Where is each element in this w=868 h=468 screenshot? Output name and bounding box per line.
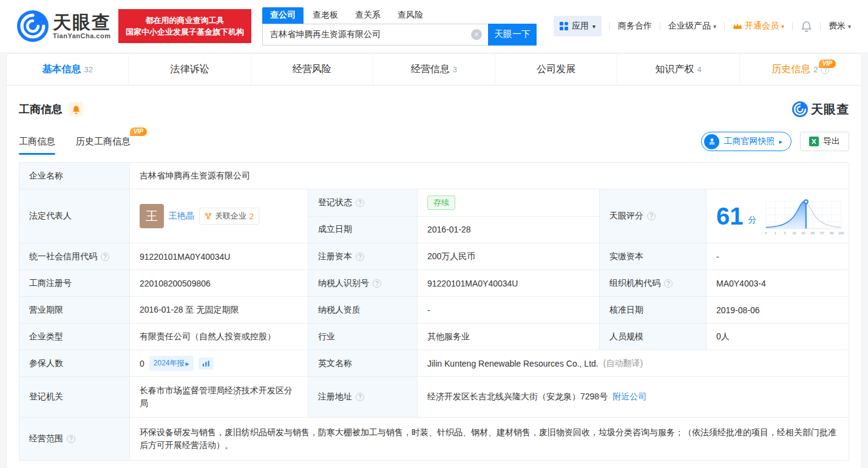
legal-rep-link[interactable]: 王艳晶 [169, 211, 194, 222]
credit-code-cell: 91220101MA0Y40034U [130, 243, 308, 270]
tab-history-info[interactable]: VIP 历史信息 2 ? [739, 54, 861, 85]
caret-down-icon: ▾ [781, 23, 784, 30]
svg-text:100: 100 [838, 231, 843, 235]
search-input[interactable] [262, 24, 488, 46]
section-subtabs: 工商信息 历史工商信息 VIP [19, 136, 131, 155]
search-tab-company[interactable]: 查公司 [262, 7, 303, 24]
nav-enterprise-products[interactable]: 企业级产品 ▾ [668, 21, 716, 32]
help-icon[interactable]: ? [101, 253, 109, 261]
avatar[interactable]: 王 [140, 204, 164, 228]
logo-domain: TianYanCha.com [53, 32, 111, 39]
arrow-right-icon: ▸ [779, 138, 782, 146]
score-unit: 分 [748, 215, 757, 226]
field-label: 参保人数 [19, 350, 130, 376]
field-label: 天眼评分 ? [600, 189, 707, 243]
monitor-bell-icon[interactable] [69, 102, 83, 117]
excel-icon [809, 137, 819, 146]
field-label: 统一社会信用代码 ? [19, 243, 130, 270]
svg-text:15: 15 [792, 231, 796, 235]
field-label: 英文名称 [308, 350, 418, 376]
org-chart-icon [205, 212, 212, 220]
tab-company-development[interactable]: 公司发展 [495, 54, 617, 85]
score-value: 61 [716, 204, 744, 228]
snapshot-button[interactable]: 工商官网快照 ▸ [701, 132, 792, 151]
divider [792, 22, 793, 30]
slogan-line2: 国家中小企业发展子基金旗下机构 [126, 26, 244, 38]
tab-operating-risk[interactable]: 经营风险 [251, 54, 373, 85]
trend-chart-icon[interactable] [198, 358, 214, 370]
field-label: 组织机构代码 ? [600, 270, 707, 296]
help-icon[interactable]: ? [373, 279, 381, 288]
table-row: 工商注册号 220108200509806 纳税人识别号 ? 91220101M… [19, 270, 849, 297]
field-label: 核准日期 [600, 297, 707, 323]
subtab-business-info[interactable]: 工商信息 [19, 136, 55, 155]
slogan-line1: 都在用的商业查询工具 [126, 15, 244, 26]
main-content: 工商信息 天眼查 工商信息 [7, 100, 861, 461]
caret-down-icon: ▾ [592, 23, 595, 30]
clear-icon[interactable]: × [471, 29, 482, 40]
field-label: 人员规模 [600, 324, 707, 350]
divider [724, 22, 725, 30]
tab-legal-proceedings[interactable]: 法律诉讼 [128, 54, 250, 85]
business-scope-cell: 环保设备研发与销售，废旧纺织品研发与销售，防寒大棚被加工与销售，时装、针织品、钢… [130, 418, 849, 460]
field-label: 纳税人识别号 ? [308, 270, 418, 296]
related-companies-badge[interactable]: 关联企业 2 [199, 208, 259, 225]
tab-intellectual-property[interactable]: 知识产权 4 [617, 54, 739, 85]
crown-icon [733, 22, 742, 30]
apps-menu[interactable]: 应用 ▾ [554, 16, 602, 36]
search-tab-relation[interactable]: 查关系 [347, 7, 388, 24]
nearby-companies-link[interactable]: 附近公司 [612, 392, 646, 402]
legal-rep-cell: 王 王艳晶 关联企业 2 [130, 189, 308, 243]
table-row: 统一社会信用代码 ? 91220101MA0Y40034U 注册资本 ? 200… [19, 243, 849, 270]
org-code-cell: MA0Y4003-4 [707, 270, 849, 296]
table-row: 企业名称 吉林省坤腾再生资源有限公司 [19, 163, 849, 189]
stamp-icon [704, 134, 719, 149]
divider [660, 22, 660, 30]
apps-grid-icon [560, 22, 568, 30]
field-label: 营业期限 [19, 297, 130, 323]
field-label: 注册地址 ? [308, 377, 418, 417]
score-cell: 61 分 [707, 189, 849, 243]
notification-bell-icon[interactable] [801, 21, 812, 32]
search-tab-risk[interactable]: 查风险 [390, 7, 431, 24]
help-icon[interactable]: ? [67, 435, 75, 443]
help-icon[interactable]: ? [356, 198, 364, 207]
site-header: 天眼查 TianYanCha.com 都在用的商业查询工具 国家中小企业发展子基… [0, 0, 868, 52]
company-name: 吉林省坤腾再生资源有限公司 [130, 163, 849, 189]
svg-text:85: 85 [811, 231, 815, 235]
annual-report-badge[interactable]: 2024年报 ▸ [149, 356, 194, 371]
watermark-logo: 天眼查 [792, 101, 849, 118]
svg-text:0: 0 [765, 231, 767, 235]
auto-translate-note: (自动翻译) [603, 358, 643, 369]
tab-operating-info[interactable]: 经营信息 3 [373, 54, 495, 85]
search-button[interactable]: 天眼一下 [488, 24, 537, 46]
business-term-cell: 2016-01-28 至 无固定期限 [130, 297, 308, 323]
tab-basic-info[interactable]: 基本信息 32 [7, 54, 128, 85]
user-menu[interactable]: 费米 ▾ [829, 21, 851, 32]
section-title: 工商信息 [19, 102, 63, 117]
help-icon[interactable]: ? [356, 253, 364, 261]
divider [609, 22, 610, 30]
apps-label: 应用 [572, 21, 589, 32]
logo-icon [17, 10, 49, 42]
search-tab-boss[interactable]: 查老板 [305, 7, 346, 24]
help-icon[interactable]: ? [647, 212, 656, 220]
table-row: 法定代表人 王 王艳晶 关联企业 2 [19, 189, 849, 243]
establish-date-cell: 2016-01-28 [418, 217, 600, 243]
reg-status-cell: 存续 [418, 189, 600, 216]
subtab-history-business-info[interactable]: 历史工商信息 VIP [76, 136, 131, 155]
help-icon[interactable]: ? [664, 279, 673, 288]
field-label: 实缴资本 [600, 243, 707, 270]
vip-label: 开通会员 [745, 21, 779, 32]
reg-address-cell: 经济开发区长吉北线兴隆大街（安龙泉）7298号 附近公司 [418, 377, 849, 417]
nav-business-cooperation[interactable]: 商务合作 [618, 21, 652, 32]
search-area: 查公司 查老板 查关系 查风险 × 天眼一下 [262, 7, 537, 46]
nav-open-vip[interactable]: 开通会员 ▾ [733, 21, 784, 32]
logo-icon [792, 101, 808, 117]
approval-date-cell: 2019-08-06 [707, 297, 849, 323]
reg-capital-cell: 200万人民币 [418, 243, 600, 270]
export-button[interactable]: 导出 [800, 132, 849, 151]
username: 费米 [829, 21, 846, 32]
site-logo[interactable]: 天眼查 TianYanCha.com [17, 10, 111, 42]
help-icon[interactable]: ? [356, 393, 364, 401]
